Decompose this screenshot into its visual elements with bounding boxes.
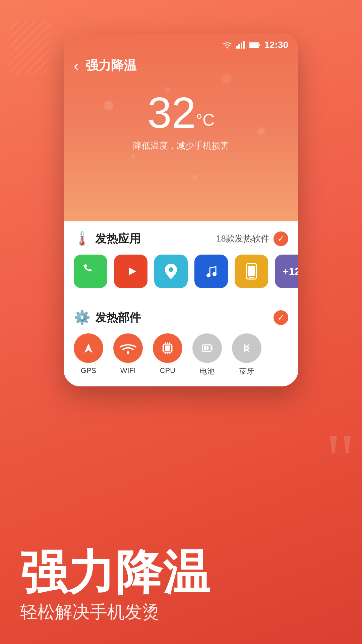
quote-decoration: " bbox=[325, 423, 355, 496]
phone-header: 12:30 ‹ 强力降温 32°C 降低温度，减少手机损害 bbox=[64, 34, 298, 221]
svg-rect-5 bbox=[241, 43, 242, 49]
app-icon-more[interactable]: +12 bbox=[275, 255, 298, 288]
bluetooth-circle bbox=[232, 333, 261, 363]
bubble-5 bbox=[221, 74, 231, 84]
page-title: 强力降温 bbox=[85, 57, 136, 74]
app-icon-music[interactable] bbox=[194, 255, 228, 288]
nav-bar: ‹ 强力降温 bbox=[64, 54, 298, 81]
svg-rect-9 bbox=[249, 43, 258, 47]
svg-rect-34 bbox=[211, 346, 213, 350]
component-battery[interactable]: 电池 bbox=[192, 333, 222, 376]
svg-rect-6 bbox=[243, 41, 245, 49]
gps-label: GPS bbox=[81, 366, 96, 375]
temperature-description: 降低温度，减少手机损害 bbox=[64, 140, 298, 152]
svg-point-2 bbox=[227, 47, 228, 49]
component-bluetooth[interactable]: 蓝牙 bbox=[232, 333, 261, 376]
section-left-components: ⚙️ 发热部件 bbox=[74, 310, 141, 325]
svg-point-11 bbox=[169, 267, 173, 272]
component-icons-row: GPS WIFI bbox=[74, 333, 288, 376]
svg-rect-8 bbox=[259, 44, 260, 46]
section-header-apps: 🌡️ 发热应用 18款发热软件 ✓ bbox=[74, 231, 288, 247]
svg-point-18 bbox=[127, 351, 129, 354]
temperature-display: 32°C 降低温度，减少手机损害 bbox=[64, 81, 298, 158]
svg-rect-15 bbox=[249, 277, 254, 278]
svg-marker-17 bbox=[84, 343, 93, 353]
bubble-3 bbox=[257, 127, 265, 135]
heating-apps-section: 🌡️ 发热应用 18款发热软件 ✓ bbox=[64, 221, 298, 296]
section-left-apps: 🌡️ 发热应用 bbox=[74, 231, 141, 247]
svg-rect-16 bbox=[248, 266, 255, 276]
cpu-circle bbox=[153, 333, 182, 363]
check-badge-components: ✓ bbox=[274, 310, 288, 325]
wifi-circle bbox=[113, 333, 143, 363]
cpu-label: CPU bbox=[160, 366, 175, 375]
phone-mockup: 12:30 ‹ 强力降温 32°C 降低温度，减少手机损害 🌡️ 发热应用 18… bbox=[64, 34, 298, 386]
section-header-components: ⚙️ 发热部件 ✓ bbox=[74, 310, 288, 325]
hero-section: 强力降温 轻松解决手机发烫 bbox=[0, 548, 362, 624]
more-count-label: +12 bbox=[283, 265, 298, 278]
temperature-value: 32 bbox=[147, 88, 196, 137]
section-right-apps: 18款发热软件 ✓ bbox=[216, 231, 288, 246]
app-icon-video[interactable] bbox=[114, 255, 147, 288]
thermometer-icon: 🌡️ bbox=[74, 231, 90, 247]
signal-icon bbox=[236, 41, 245, 49]
bubble-4 bbox=[131, 154, 135, 159]
apps-count-label: 18款发热软件 bbox=[216, 233, 269, 245]
heating-components-section: ⚙️ 发热部件 ✓ GPS bbox=[64, 302, 298, 386]
component-gps[interactable]: GPS bbox=[74, 333, 103, 375]
svg-rect-35 bbox=[204, 346, 206, 350]
svg-point-13 bbox=[213, 272, 217, 276]
status-icons: 12:30 bbox=[222, 40, 288, 50]
hatch-decoration bbox=[10, 20, 50, 74]
hero-subtitle: 轻松解决手机发烫 bbox=[20, 600, 342, 624]
check-badge-apps: ✓ bbox=[274, 231, 288, 246]
svg-rect-20 bbox=[165, 345, 170, 351]
svg-rect-1 bbox=[10, 20, 50, 74]
battery-icon bbox=[249, 42, 261, 48]
wifi-icon bbox=[222, 41, 233, 49]
svg-rect-3 bbox=[236, 46, 238, 49]
svg-marker-10 bbox=[129, 267, 136, 275]
gps-circle bbox=[74, 333, 103, 363]
component-wifi[interactable]: WIFI bbox=[113, 333, 143, 375]
hero-title: 强力降温 bbox=[20, 548, 342, 597]
status-time: 12:30 bbox=[264, 40, 288, 50]
bluetooth-label: 蓝牙 bbox=[239, 366, 254, 376]
status-bar: 12:30 bbox=[64, 34, 298, 54]
battery-circle bbox=[192, 333, 222, 363]
bubble-6 bbox=[192, 174, 198, 180]
heating-apps-title: 发热应用 bbox=[95, 231, 141, 247]
wifi-label: WIFI bbox=[120, 366, 136, 375]
gear-icon: ⚙️ bbox=[74, 310, 90, 325]
svg-point-12 bbox=[206, 273, 210, 277]
bubble-1 bbox=[104, 101, 113, 110]
svg-rect-4 bbox=[238, 44, 240, 49]
component-cpu[interactable]: CPU bbox=[153, 333, 182, 375]
back-button[interactable]: ‹ bbox=[74, 57, 79, 74]
app-icon-phone[interactable] bbox=[74, 255, 107, 288]
heating-components-title: 发热部件 bbox=[95, 310, 141, 325]
bubble-2 bbox=[164, 87, 170, 93]
apps-row: +12 bbox=[74, 255, 288, 288]
battery-label: 电池 bbox=[200, 366, 215, 376]
temperature-unit: °C bbox=[196, 111, 215, 129]
svg-rect-36 bbox=[206, 346, 208, 350]
app-icon-maps[interactable] bbox=[154, 255, 188, 288]
app-icon-device[interactable] bbox=[235, 255, 268, 288]
